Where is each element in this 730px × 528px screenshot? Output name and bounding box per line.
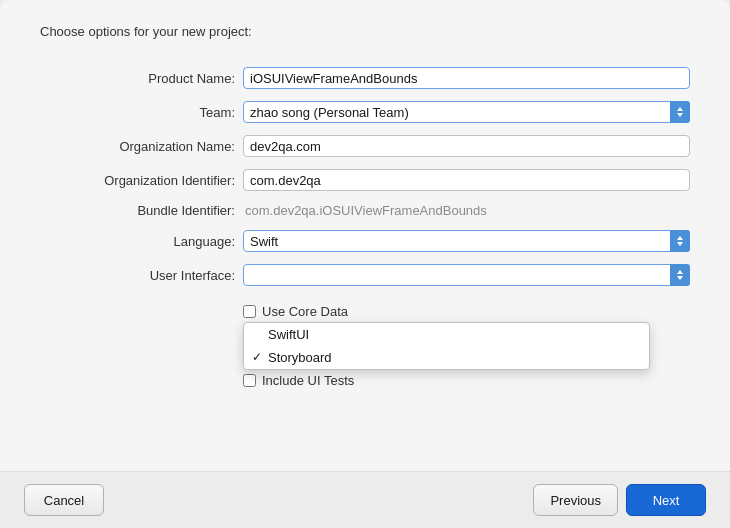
footer: Cancel Previous Next: [0, 471, 730, 528]
bundle-id-label: Bundle Identifier:: [40, 203, 235, 218]
arrow-down-icon: [677, 113, 683, 117]
team-select-wrapper: zhao song (Personal Team): [243, 101, 690, 123]
org-name-input[interactable]: [243, 135, 690, 157]
cancel-button[interactable]: Cancel: [24, 484, 104, 516]
team-select-display[interactable]: zhao song (Personal Team): [243, 101, 690, 123]
use-core-data-checkbox[interactable]: [243, 305, 256, 318]
ui-select-arrow[interactable]: [670, 264, 690, 286]
previous-button[interactable]: Previous: [533, 484, 618, 516]
include-ui-tests-label: Include UI Tests: [262, 373, 354, 388]
ui-arrow-down-icon: [677, 276, 683, 280]
product-name-input[interactable]: [243, 67, 690, 89]
lang-arrow-down-icon: [677, 242, 683, 246]
ui-select-wrapper: [243, 264, 690, 286]
language-label: Language:: [40, 234, 235, 249]
language-row: Language: Swift: [40, 230, 690, 252]
form-area: Product Name: Team: zhao song (Personal …: [40, 67, 690, 286]
footer-right: Previous Next: [533, 484, 706, 516]
include-ui-tests-checkbox[interactable]: [243, 374, 256, 387]
product-name-row: Product Name:: [40, 67, 690, 89]
org-id-row: Organization Identifier:: [40, 169, 690, 191]
org-id-input[interactable]: [243, 169, 690, 191]
ui-select-display[interactable]: [243, 264, 690, 286]
ui-label: User Interface:: [40, 268, 235, 283]
bundle-id-value: com.dev2qa.iOSUIViewFrameAndBounds: [243, 203, 690, 218]
language-value: Swift: [250, 234, 278, 249]
dropdown-item-storyboard-label: Storyboard: [268, 350, 332, 365]
org-id-label: Organization Identifier:: [40, 173, 235, 188]
lang-arrow-up-icon: [677, 236, 683, 240]
content-area: Choose options for your new project: Pro…: [0, 0, 730, 471]
page-title: Choose options for your new project:: [40, 24, 690, 39]
bundle-id-row: Bundle Identifier: com.dev2qa.iOSUIViewF…: [40, 203, 690, 218]
product-name-label: Product Name:: [40, 71, 235, 86]
ui-row: User Interface:: [40, 264, 690, 286]
include-ui-tests-row: Include UI Tests: [243, 373, 690, 388]
language-select-display[interactable]: Swift: [243, 230, 690, 252]
team-select-arrow[interactable]: [670, 101, 690, 123]
org-name-row: Organization Name:: [40, 135, 690, 157]
next-button[interactable]: Next: [626, 484, 706, 516]
team-row: Team: zhao song (Personal Team): [40, 101, 690, 123]
use-core-data-row: Use Core Data: [243, 304, 690, 319]
dropdown-overlay: SwiftUI Storyboard: [243, 322, 650, 370]
arrow-up-icon: [677, 107, 683, 111]
org-name-label: Organization Name:: [40, 139, 235, 154]
team-label: Team:: [40, 105, 235, 120]
language-select-wrapper: Swift: [243, 230, 690, 252]
dropdown-item-storyboard[interactable]: Storyboard: [244, 346, 649, 369]
dropdown-item-swiftui-label: SwiftUI: [268, 327, 309, 342]
language-select-arrow[interactable]: [670, 230, 690, 252]
team-value: zhao song (Personal Team): [250, 105, 409, 120]
dialog: Choose options for your new project: Pro…: [0, 0, 730, 528]
use-core-data-label: Use Core Data: [262, 304, 348, 319]
dropdown-item-swiftui[interactable]: SwiftUI: [244, 323, 649, 346]
ui-arrow-up-icon: [677, 270, 683, 274]
